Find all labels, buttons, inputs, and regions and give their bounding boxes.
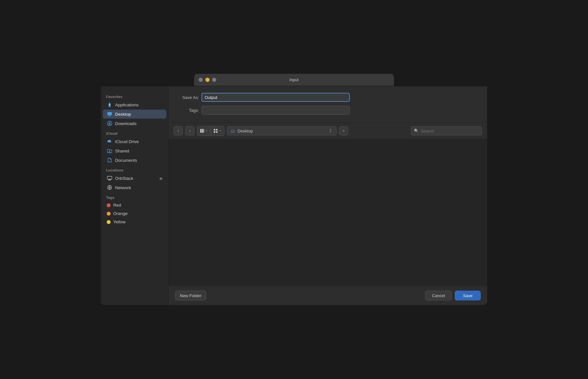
location-dropdown[interactable]: 🗂 Desktop xyxy=(227,126,337,135)
save-button[interactable]: Save xyxy=(455,291,481,300)
sidebar-item-icloud-drive[interactable]: iCloud Drive xyxy=(103,137,166,146)
save-as-row: Save As: xyxy=(176,93,479,102)
back-button[interactable]: ‹ xyxy=(174,126,183,135)
svg-rect-14 xyxy=(203,129,204,133)
sidebar-item-downloads[interactable]: Downloads xyxy=(103,119,166,128)
tag-yellow-dot xyxy=(107,220,111,224)
sidebar-section-favorites: Favorites xyxy=(101,92,168,100)
orbstack-icon xyxy=(107,175,113,181)
sidebar-item-applications-label: Applications xyxy=(115,102,162,107)
bottom-bar: New Folder Cancel Save xyxy=(169,286,487,305)
expand-button[interactable] xyxy=(339,126,348,135)
sidebar: Favorites Applications xyxy=(101,86,169,305)
sidebar-item-desktop[interactable]: Desktop xyxy=(103,110,166,119)
cloud-icon xyxy=(107,139,113,144)
cancel-button[interactable]: Cancel xyxy=(425,291,452,300)
svg-rect-16 xyxy=(216,129,218,131)
svg-rect-12 xyxy=(200,129,201,133)
document-icon xyxy=(107,157,113,163)
sidebar-item-orbstack-label: OrbStack xyxy=(115,176,157,181)
sidebar-item-documents-label: Documents xyxy=(115,158,162,163)
globe-icon xyxy=(107,185,113,190)
svg-rect-1 xyxy=(107,112,112,115)
save-as-input[interactable] xyxy=(201,93,350,102)
new-folder-button[interactable]: New Folder xyxy=(175,291,206,300)
header-area: Save As: Tags: xyxy=(169,86,487,123)
sidebar-section-icloud: iCloud xyxy=(101,128,168,137)
sidebar-item-tag-red-label: Red xyxy=(113,203,162,208)
svg-rect-18 xyxy=(216,131,218,133)
maximize-button[interactable] xyxy=(212,78,216,82)
sidebar-item-shared-label: Shared xyxy=(115,149,162,153)
sidebar-section-tags: Tags xyxy=(101,192,168,201)
sidebar-item-tag-yellow-label: Yellow xyxy=(113,219,162,224)
svg-point-0 xyxy=(109,104,110,105)
sidebar-item-tag-red[interactable]: Red xyxy=(103,201,166,209)
file-pane-right[interactable] xyxy=(328,139,487,286)
svg-rect-8 xyxy=(109,180,111,180)
tags-label: Tags: xyxy=(176,108,199,113)
sidebar-item-tag-orange[interactable]: Orange xyxy=(103,209,166,218)
svg-rect-9 xyxy=(108,180,111,180)
grid-view-button[interactable] xyxy=(211,126,224,135)
svg-rect-15 xyxy=(214,129,215,131)
view-toggle xyxy=(197,126,224,136)
svg-rect-7 xyxy=(107,176,112,179)
column-view-button[interactable] xyxy=(197,126,211,135)
window-title: Input xyxy=(289,77,299,82)
file-pane-left[interactable] xyxy=(169,139,328,286)
tag-orange-dot xyxy=(107,212,111,216)
folder-icon: 🗂 xyxy=(230,128,235,133)
sidebar-item-documents[interactable]: Documents xyxy=(103,156,166,165)
main-content: Save As: Tags: ‹ › xyxy=(169,86,487,305)
save-as-label: Save As: xyxy=(176,95,199,100)
search-icon: 🔍 xyxy=(414,129,419,133)
close-button[interactable] xyxy=(199,78,203,82)
file-area xyxy=(169,139,487,286)
rocket-icon xyxy=(107,102,113,108)
sidebar-item-network-label: Network xyxy=(115,185,162,190)
save-dialog: Favorites Applications xyxy=(101,86,487,305)
eject-icon[interactable]: ⏏ xyxy=(159,176,162,180)
toolbar: ‹ › xyxy=(169,123,487,139)
download-icon xyxy=(107,121,113,126)
window-wrapper: Input Favorites Applications xyxy=(101,74,487,305)
sidebar-section-locations: Locations xyxy=(101,165,168,173)
chevron-updown-icon xyxy=(328,128,333,133)
sidebar-item-orbstack[interactable]: OrbStack ⏏ xyxy=(103,174,166,183)
svg-rect-2 xyxy=(109,115,111,116)
minimize-button[interactable] xyxy=(205,78,210,82)
location-label: Desktop xyxy=(238,129,325,133)
tags-input[interactable] xyxy=(201,106,350,115)
sidebar-item-network[interactable]: Network xyxy=(103,183,166,192)
sidebar-item-shared[interactable]: Shared xyxy=(103,146,166,155)
search-box: 🔍 xyxy=(411,126,482,135)
action-buttons: Cancel Save xyxy=(425,291,481,300)
tags-row: Tags: xyxy=(176,106,479,115)
sidebar-item-icloud-drive-label: iCloud Drive xyxy=(115,139,162,144)
search-input[interactable] xyxy=(421,129,479,133)
folder-shared-icon xyxy=(107,148,113,154)
title-bar: Input xyxy=(194,74,394,86)
svg-rect-13 xyxy=(202,129,203,133)
sidebar-item-downloads-label: Downloads xyxy=(115,121,162,126)
sidebar-item-tag-orange-label: Orange xyxy=(113,211,162,216)
monitor-icon xyxy=(107,111,113,117)
tag-red-dot xyxy=(107,203,111,207)
sidebar-item-tag-yellow[interactable]: Yellow xyxy=(103,218,166,226)
sidebar-item-desktop-label: Desktop xyxy=(115,112,162,117)
svg-rect-3 xyxy=(108,116,111,116)
window-controls xyxy=(199,78,216,82)
svg-rect-17 xyxy=(214,131,215,133)
forward-button[interactable]: › xyxy=(185,126,194,135)
sidebar-item-applications[interactable]: Applications xyxy=(103,100,166,109)
